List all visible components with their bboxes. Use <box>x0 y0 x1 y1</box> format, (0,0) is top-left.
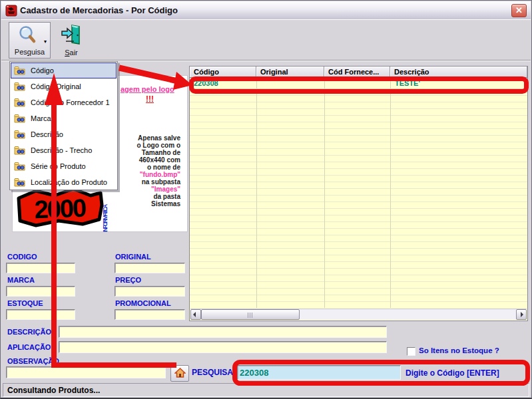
scrollbar-grip-icon <box>248 313 254 318</box>
menu-item-7[interactable]: Série do Produto <box>11 158 117 174</box>
logo-2000-banner: 2000 <box>16 188 104 229</box>
aplicacao-input[interactable] <box>59 341 387 353</box>
sair-button-label: Sair <box>55 49 87 57</box>
grid-header-original[interactable]: Original <box>256 66 324 78</box>
menu-item-label: Localização do Produto <box>31 178 107 186</box>
results-grid: Código Original Cód Fornece... Descrição… <box>189 66 528 321</box>
sair-button[interactable]: Sair <box>55 22 87 59</box>
menu-item-label: Descrição - Trecho <box>31 146 92 154</box>
folder-binoculars-icon <box>14 130 25 139</box>
pesquisa-field-label: PESQUISA <box>192 368 233 377</box>
original-label: ORIGINAL <box>115 253 151 261</box>
folder-binoculars-icon <box>14 114 25 123</box>
logo-caption-exclamation: !!! <box>146 94 154 104</box>
scroll-right-button[interactable] <box>516 309 527 320</box>
folder-binoculars-icon <box>14 66 25 75</box>
descricao-label: DESCRIÇÃO <box>7 328 51 336</box>
house-icon <box>174 368 186 378</box>
folder-binoculars-icon <box>14 82 25 91</box>
grid-header-cod-fornecedor[interactable]: Cód Fornece... <box>324 66 390 78</box>
menu-item-label: Série do Produto <box>31 162 86 170</box>
folder-binoculars-icon <box>14 98 25 107</box>
menu-item-4[interactable]: Marca <box>11 110 117 126</box>
menu-item-5[interactable]: Descrição <box>11 126 117 142</box>
codigo-label: CODIGO <box>7 253 37 261</box>
dropdown-arrow-icon: ▾ <box>44 39 47 45</box>
logo-informatica-text: INFORMATICA <box>102 184 111 232</box>
preco-input[interactable] <box>115 286 185 297</box>
menu-item-2[interactable]: Código Original <box>11 78 117 94</box>
status-text: Consultando Produtos... <box>7 386 100 395</box>
scrollbar-thumb[interactable] <box>201 309 300 320</box>
grid-cell-descricao: TESTE' <box>395 79 420 87</box>
titlebar: Cadastro de Mercadorias - Por Código ✕ <box>1 1 531 20</box>
menu-item-3[interactable]: Código do Fornecedor 1 <box>11 94 117 110</box>
triangle-left-icon <box>193 312 196 317</box>
original-input[interactable] <box>115 263 185 273</box>
aplicacao-label: APLICAÇÃO <box>7 343 51 351</box>
observacao-input[interactable] <box>6 366 166 378</box>
logo-note-line: Sistemas <box>99 200 180 207</box>
close-button[interactable]: ✕ <box>511 4 527 17</box>
home-button[interactable] <box>170 365 189 382</box>
estoque-label: ESTOQUE <box>7 299 43 307</box>
promocional-label: PROMOCIONAL <box>115 299 171 307</box>
preco-label: PREÇO <box>115 276 141 284</box>
pesquisa-button[interactable]: ▾ Pesquisa <box>9 22 51 59</box>
menu-item-label: Marca <box>31 114 51 122</box>
folder-binoculars-icon <box>14 178 25 187</box>
estoque-input[interactable] <box>6 309 75 320</box>
exit-door-icon <box>61 23 82 46</box>
folder-binoculars-icon <box>14 146 25 155</box>
observacao-label: OBSERVAÇÃO <box>7 357 59 365</box>
folder-binoculars-icon <box>14 162 25 171</box>
marca-input[interactable] <box>6 286 75 297</box>
grid-column-divider <box>390 78 391 308</box>
menu-item-8[interactable]: Localização do Produto <box>11 174 117 190</box>
menu-item-label: Código <box>31 66 54 74</box>
scroll-left-button[interactable] <box>190 309 201 320</box>
grid-empty-rows <box>190 89 527 308</box>
marca-label: MARCA <box>7 276 35 284</box>
grid-row-result[interactable]: 220308 TESTE' <box>190 78 527 89</box>
grid-column-divider <box>256 78 257 308</box>
estoque-only-checkbox[interactable] <box>407 347 415 356</box>
search-hint-label: Digite o Código [ENTER] <box>405 368 499 378</box>
menu-item-label: Descrição <box>31 130 63 138</box>
grid-header-descricao[interactable]: Descrição <box>390 66 527 78</box>
menu-item-label: Código do Fornecedor 1 <box>31 98 110 106</box>
grid-cell-codigo: 220308 <box>194 79 218 87</box>
grid-header-codigo[interactable]: Código <box>190 66 256 78</box>
menu-item-1[interactable]: Código <box>11 63 117 78</box>
descricao-input[interactable] <box>59 326 387 338</box>
grid-column-divider <box>324 78 325 308</box>
logo-caption-fragment: agem pelo logo <box>121 85 187 93</box>
logo-note-line: da pasta <box>99 193 180 200</box>
search-code-input[interactable] <box>237 365 401 380</box>
triangle-right-icon <box>521 312 523 317</box>
pesquisa-menu: CódigoCódigo OriginalCódigo do Fornecedo… <box>9 61 118 190</box>
toolbar: ▾ Pesquisa Sair <box>1 20 531 61</box>
grid-header: Código Original Cód Fornece... Descrição <box>190 66 527 78</box>
window-title: Cadastro de Mercadorias - Por Código <box>20 5 178 15</box>
codigo-input[interactable] <box>6 263 75 273</box>
svg-text:2000: 2000 <box>34 194 87 224</box>
statusbar: Consultando Produtos... <box>3 383 529 397</box>
app-window: Cadastro de Mercadorias - Por Código ✕ ▾… <box>0 0 532 399</box>
menu-item-6[interactable]: Descrição - Trecho <box>11 142 117 158</box>
promocional-input[interactable] <box>115 309 185 320</box>
grid-horizontal-scrollbar[interactable] <box>190 309 527 320</box>
app-icon <box>5 5 17 17</box>
estoque-only-label: So Itens no Estoque ? <box>419 346 499 354</box>
pesquisa-button-label: Pesquisa <box>9 48 50 56</box>
menu-item-label: Código Original <box>31 82 81 90</box>
magnifier-icon <box>16 25 39 46</box>
